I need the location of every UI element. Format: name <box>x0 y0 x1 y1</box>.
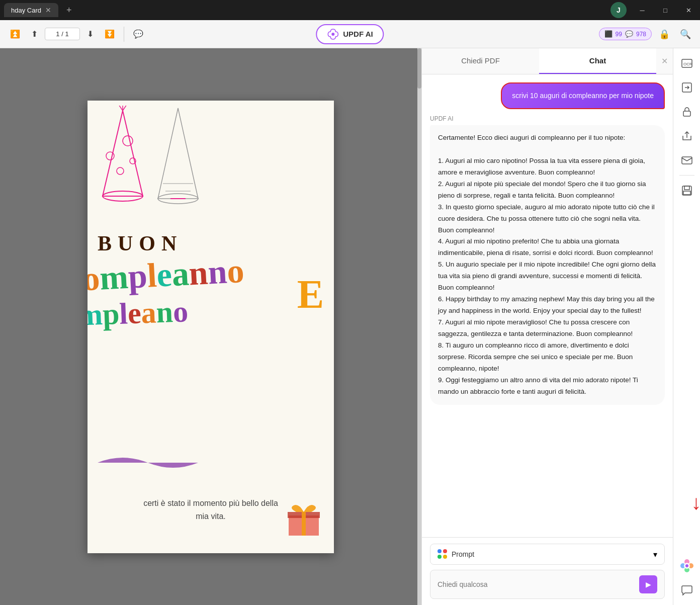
ai-response-container: UPDF AI Certamente! Ecco dieci auguri di… <box>430 115 665 405</box>
save-icon <box>681 185 693 197</box>
svg-point-5 <box>117 167 124 175</box>
user-message-container: scrivi 10 auguri di compleanno per mio n… <box>430 82 665 109</box>
nav-prev-button[interactable]: ⬆ <box>27 26 42 42</box>
sidebar-convert-button[interactable] <box>676 76 698 99</box>
chat-input-row: ▶ <box>430 570 665 599</box>
ai-response-content: Certamente! Ecco dieci auguri di complea… <box>438 134 656 395</box>
ribbon-decoration <box>98 453 198 473</box>
svg-rect-24 <box>684 186 689 190</box>
credits-icon: ⬛ <box>604 30 612 38</box>
minimize-button[interactable]: ─ <box>631 0 654 20</box>
lock-button[interactable]: 🔒 <box>656 27 673 42</box>
svg-line-9 <box>123 106 128 111</box>
prompt-chevron-icon: ▾ <box>653 550 657 559</box>
lock-icon <box>681 106 693 118</box>
sidebar-email-button[interactable] <box>676 149 698 171</box>
buon-text: BUON <box>98 231 183 255</box>
user-message-text: scrivi 10 auguri di compleanno per mio n… <box>512 92 654 100</box>
svg-point-31 <box>685 564 688 567</box>
updf-logo-icon <box>327 28 339 40</box>
gift-box-decoration <box>284 498 324 538</box>
prompt-selector-left: Prompt <box>438 549 474 559</box>
svg-rect-17 <box>302 512 306 536</box>
svg-rect-21 <box>683 111 690 116</box>
chat-input-field[interactable] <box>438 580 635 588</box>
ocr-icon: OCR <box>681 57 693 69</box>
tasks-icon: 💬 <box>625 30 633 38</box>
svg-point-4 <box>123 136 133 146</box>
comment-button[interactable]: 💬 <box>129 26 147 42</box>
nav-next-button[interactable]: ⬇ <box>83 26 98 42</box>
user-message-bubble: scrivi 10 auguri di compleanno per mio n… <box>501 82 665 109</box>
compleanno-text: compleanno <box>88 251 245 298</box>
svg-point-0 <box>331 33 334 36</box>
maximize-button[interactable]: □ <box>654 0 677 20</box>
sidebar-divider <box>679 175 694 176</box>
panel-tab-close-area: ✕ <box>656 48 673 74</box>
updf-ai-button[interactable]: UPDF AI <box>316 24 384 44</box>
right-sidebar: OCR <box>673 48 700 605</box>
convert-icon <box>681 81 693 94</box>
updf-ai-label: UPDF AI <box>343 30 373 38</box>
search-button[interactable]: 🔍 <box>677 27 694 42</box>
page-indicator: 1 / 1 <box>45 28 80 40</box>
tab-label: hday Card <box>11 7 41 14</box>
toolbar: ⏫ ⬆ 1 / 1 ⬇ ⏬ 💬 UPDF AI ⬛ 99 💬 978 🔒 🔍 <box>0 20 700 48</box>
send-icon: ▶ <box>646 580 651 588</box>
sidebar-save-button[interactable] <box>676 180 698 202</box>
email-icon <box>681 154 693 166</box>
sidebar-share-button[interactable] <box>676 125 698 147</box>
titlebar-right: J ─ □ ✕ <box>610 0 700 20</box>
prompt-dots-icon <box>438 549 448 559</box>
prompt-area: Prompt ▾ ▶ <box>422 537 673 605</box>
titlebar-left: hday Card ✕ + <box>4 3 76 18</box>
tab-chiedi-pdf[interactable]: Chiedi PDF <box>422 48 539 74</box>
party-hats-decoration <box>93 106 213 206</box>
nav-first-button[interactable]: ⏫ <box>6 26 24 42</box>
prompt-label: Prompt <box>452 550 474 558</box>
sidebar-updf-ai-button[interactable] <box>676 555 698 577</box>
dot-red <box>443 549 447 553</box>
send-button[interactable]: ▶ <box>639 575 657 593</box>
compleanno-text2: mpleano <box>88 295 189 332</box>
credits-count: 99 <box>616 31 622 38</box>
close-button[interactable]: ✕ <box>677 0 700 20</box>
sidebar-lock-button[interactable] <box>676 101 698 123</box>
pdf-page: BUON compleanno mpleano E certi è stato … <box>88 101 334 553</box>
svg-point-3 <box>106 152 114 160</box>
credits-badge: ⬛ 99 💬 978 <box>599 28 652 40</box>
titlebar: hday Card ✕ + J ─ □ ✕ <box>0 0 700 20</box>
user-avatar: J <box>610 2 627 18</box>
red-arrow-icon: ↓ <box>691 492 701 512</box>
svg-marker-1 <box>103 111 143 196</box>
panel-close-icon[interactable]: ✕ <box>661 56 668 66</box>
toolbar-right: ⬛ 99 💬 978 🔒 🔍 <box>599 27 694 42</box>
dot-green <box>438 555 442 559</box>
e-letter: E <box>297 272 324 317</box>
dot-yellow <box>443 555 447 559</box>
tab-chat[interactable]: Chat <box>539 48 656 74</box>
pdf-scrollbar[interactable] <box>417 48 421 605</box>
svg-marker-10 <box>158 108 198 199</box>
active-tab[interactable]: hday Card ✕ <box>4 3 58 17</box>
new-tab-button[interactable]: + <box>62 3 76 18</box>
updf-flower-icon <box>679 558 695 574</box>
chat-area[interactable]: scrivi 10 auguri di compleanno per mio n… <box>422 74 673 537</box>
ai-response-text: Certamente! Ecco dieci auguri di complea… <box>430 125 665 405</box>
pdf-scroll-thumb <box>417 48 421 89</box>
panel-tabs: Chiedi PDF Chat ✕ <box>422 48 673 74</box>
tasks-count: 978 <box>636 31 646 38</box>
ai-panel: Chiedi PDF Chat ✕ scrivi 10 auguri di co… <box>421 48 673 605</box>
dot-blue <box>438 549 442 553</box>
svg-line-7 <box>118 106 123 111</box>
main-content: BUON compleanno mpleano E certi è stato … <box>0 48 700 605</box>
nav-last-button[interactable]: ⏬ <box>101 26 119 42</box>
sidebar-ocr-button[interactable]: OCR <box>676 52 698 74</box>
ai-response-label: UPDF AI <box>430 115 665 122</box>
sidebar-chat-button[interactable] <box>676 579 698 601</box>
svg-rect-22 <box>682 157 692 164</box>
tab-close-icon[interactable]: ✕ <box>45 6 51 14</box>
prompt-selector[interactable]: Prompt ▾ <box>430 544 665 565</box>
pdf-viewer: BUON compleanno mpleano E certi è stato … <box>0 48 421 605</box>
share-icon <box>681 130 693 142</box>
